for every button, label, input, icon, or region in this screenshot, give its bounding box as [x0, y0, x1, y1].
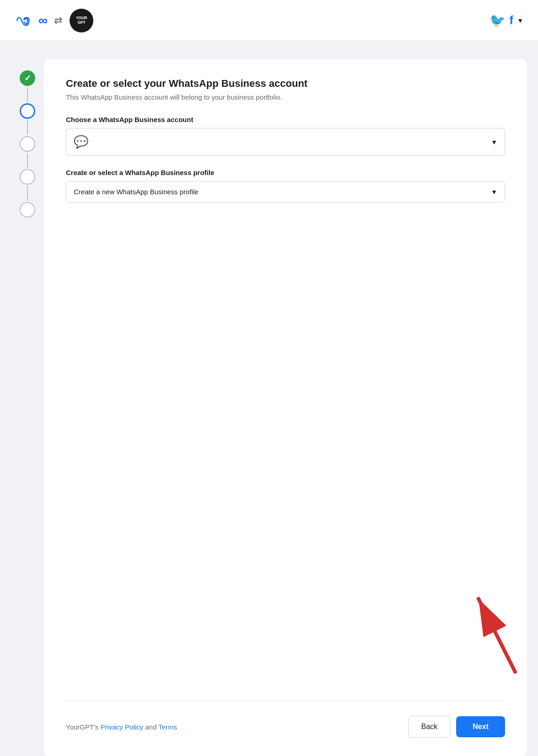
facebook-logo-icon: f: [509, 13, 513, 27]
meta-logo-svg: [15, 14, 38, 27]
profile-dropdown-value: Create a new WhatsApp Business profile: [74, 188, 199, 196]
step-5: [20, 202, 35, 218]
navbar: ∞ ⇄ YOURGPT 🐦 f ▼: [0, 0, 538, 41]
meta-logo: ∞: [15, 13, 47, 28]
navbar-right: 🐦 f ▼: [490, 13, 523, 28]
step-connector-4-5: [27, 186, 28, 201]
card-title: Create or select your WhatsApp Business …: [66, 78, 505, 90]
navbar-dropdown-arrow[interactable]: ▼: [517, 17, 523, 24]
step-connector-3-4: [27, 153, 28, 168]
step-connector-2-3: [27, 120, 28, 135]
step-4: [20, 169, 35, 185]
facebook-icon: 🐦: [490, 13, 506, 28]
account-dropdown-left: 💬: [74, 135, 88, 149]
profile-dropdown[interactable]: Create a new WhatsApp Business profile ▼: [66, 181, 505, 202]
profile-dropdown-chevron: ▼: [491, 188, 497, 196]
step-5-circle: [20, 202, 35, 218]
privacy-policy-link[interactable]: Privacy Policy: [101, 723, 143, 731]
terms-link[interactable]: Terms: [158, 723, 177, 731]
whatsapp-icon: 💬: [74, 135, 88, 149]
account-dropdown-chevron: ▼: [491, 138, 497, 146]
step-4-circle: [20, 169, 35, 185]
yourgpt-badge: YOURGPT: [70, 9, 93, 32]
step-3-circle: [20, 136, 35, 152]
step-1-circle: ✓: [20, 70, 35, 86]
footer-policy-text: YourGPT's Privacy Policy and Terms: [66, 723, 177, 731]
profile-section-label: Create or select a WhatsApp Business pro…: [66, 169, 505, 176]
navbar-left: ∞ ⇄ YOURGPT: [15, 9, 93, 32]
step-2: [20, 103, 35, 119]
next-button[interactable]: Next: [456, 716, 505, 737]
footer-text-before: YourGPT's: [66, 723, 101, 731]
step-connector-1-2: [27, 87, 28, 102]
footer-buttons: Back Next: [408, 716, 505, 738]
account-dropdown[interactable]: 💬 ▼: [66, 128, 505, 156]
account-section-label: Choose a WhatsApp Business account: [66, 116, 505, 123]
profile-dropdown-left: Create a new WhatsApp Business profile: [74, 188, 199, 196]
content-area: ✓ Create or select your WhatsApp Busines…: [0, 41, 538, 756]
card-footer: YourGPT's Privacy Policy and Terms Back …: [66, 701, 505, 738]
refresh-icon[interactable]: ⇄: [54, 15, 62, 27]
footer-text-between: and: [143, 723, 158, 731]
card-subtitle: This WhatsApp Business account will belo…: [66, 93, 505, 101]
step-1: ✓: [20, 70, 35, 86]
main-card: Create or select your WhatsApp Business …: [44, 59, 527, 756]
stepper: ✓: [11, 59, 44, 756]
back-button[interactable]: Back: [408, 716, 451, 738]
step-3: [20, 136, 35, 152]
step-2-circle: [20, 103, 35, 119]
checkmark-icon: ✓: [24, 73, 31, 83]
card-spacer: [66, 215, 505, 701]
